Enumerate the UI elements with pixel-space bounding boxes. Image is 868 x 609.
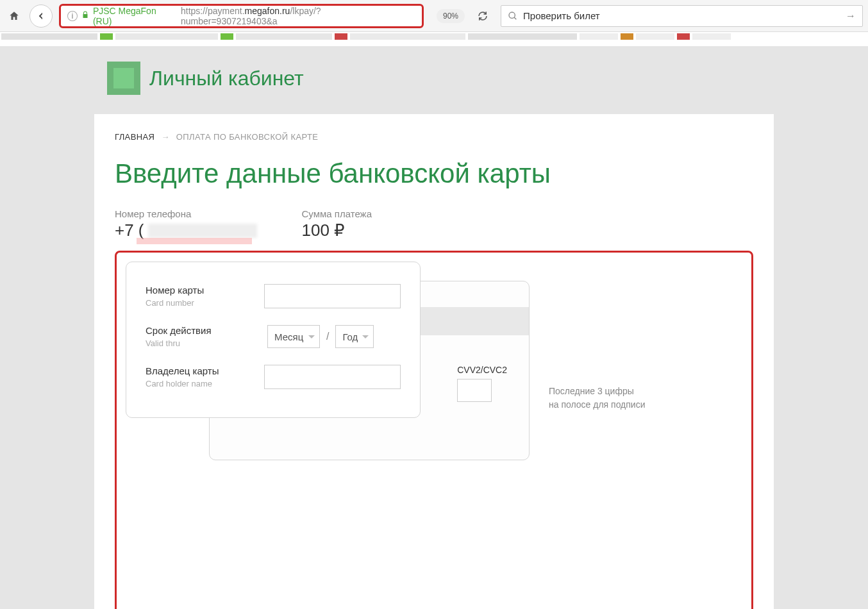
site-header: Личный кабинет [94, 46, 774, 114]
svg-line-1 [514, 17, 516, 19]
phone-info: Номер телефона +7 ( [115, 208, 257, 240]
card-number-input[interactable] [264, 284, 401, 308]
url-text: https://payment.megafon.ru/lkpay/?number… [181, 6, 415, 26]
reload-button[interactable] [472, 6, 493, 26]
tab-strip [0, 32, 868, 46]
valid-thru-label: Срок действия [146, 325, 255, 336]
valid-thru-label-en: Valid thru [146, 338, 255, 348]
card-number-label-en: Card number [146, 298, 251, 308]
svg-point-0 [509, 12, 515, 18]
go-arrow-icon[interactable]: → [842, 10, 856, 22]
site-title: Личный кабинет [149, 67, 304, 90]
search-icon [508, 11, 518, 21]
breadcrumb-home[interactable]: ГЛАВНАЯ [115, 132, 154, 142]
amount-value: 100 ₽ [302, 221, 372, 240]
holder-label: Владелец карты [146, 365, 251, 376]
amount-label: Сумма платежа [302, 208, 372, 219]
breadcrumb-current: ОПЛАТА ПО БАНКОВСКОЙ КАРТЕ [176, 132, 319, 142]
lock-icon [81, 10, 89, 21]
search-box[interactable]: → [501, 5, 863, 27]
card-holder-input[interactable] [264, 365, 401, 389]
address-bar[interactable]: i PJSC MegaFon (RU) https://payment.mega… [59, 4, 424, 28]
cvv-hint: Последние 3 цифры на полосе для подписи [549, 385, 646, 412]
cvv-input[interactable] [457, 379, 492, 402]
year-select[interactable]: Год [335, 325, 374, 348]
content-card: ГЛАВНАЯ → ОПЛАТА ПО БАНКОВСКОЙ КАРТЕ Вве… [94, 114, 774, 609]
card-number-label: Номер карты [146, 285, 251, 296]
card-front: Номер карты Card number Срок действия Va… [126, 262, 421, 418]
amount-info: Сумма платежа 100 ₽ [302, 208, 372, 240]
zoom-badge[interactable]: 90% [437, 9, 465, 23]
breadcrumb: ГЛАВНАЯ → ОПЛАТА ПО БАНКОВСКОЙ КАРТЕ [115, 132, 753, 142]
phone-blurred [148, 224, 257, 238]
home-icon[interactable] [5, 7, 23, 25]
holder-label-en: Card holder name [146, 379, 251, 388]
cert-name: PJSC MegaFon (RU) [93, 6, 177, 26]
info-icon[interactable]: i [67, 11, 78, 21]
page-heading: Введите данные банковской карты [115, 158, 753, 189]
phone-value: +7 ( [115, 221, 144, 240]
month-select[interactable]: Месяц [267, 325, 320, 348]
phone-label: Номер телефона [115, 208, 257, 219]
search-input[interactable] [523, 10, 837, 21]
logo[interactable] [107, 62, 140, 95]
card-form-highlight: CVV2/CVC2 Последние 3 цифры на полосе дл… [115, 251, 753, 609]
cvv-label: CVV2/CVC2 [457, 365, 507, 375]
back-button[interactable] [29, 4, 53, 28]
browser-toolbar: i PJSC MegaFon (RU) https://payment.mega… [0, 0, 868, 32]
